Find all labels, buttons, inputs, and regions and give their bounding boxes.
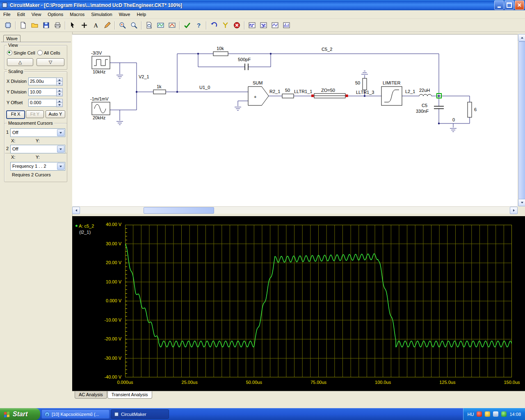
menu-simulation[interactable]: Simulation	[88, 11, 115, 18]
ground-symbols	[116, 71, 457, 132]
svg-text:LLTR1_1: LLTR1_1	[294, 89, 312, 94]
network-icon[interactable]	[501, 411, 507, 417]
cell-up-button[interactable]: △	[7, 58, 33, 66]
tab-wave[interactable]: Wave	[3, 35, 21, 42]
zoom-tool-icon[interactable]	[116, 20, 128, 31]
resistor-50-term[interactable]	[363, 78, 367, 90]
help-tool-icon[interactable]	[193, 20, 204, 31]
limiter-block[interactable]	[381, 87, 402, 105]
chevron-down-icon[interactable]	[57, 163, 64, 170]
magnify-icon[interactable]	[128, 20, 139, 31]
place-part-icon[interactable]	[78, 20, 90, 31]
antivirus-icon[interactable]	[477, 411, 482, 417]
menu-help[interactable]: Help	[133, 11, 149, 18]
y-offset-input[interactable]: 0.000	[28, 99, 57, 107]
volume-icon[interactable]	[493, 411, 498, 417]
x-axis-label: 100.0us	[369, 380, 397, 385]
scroll-right-icon[interactable]	[510, 207, 518, 214]
spinner-down-icon[interactable]	[56, 92, 63, 96]
cell-down-button[interactable]: ▽	[37, 58, 64, 66]
schematic-canvas[interactable]: + -3/3V 10kHz -1m/1mV 20kHz V2_1 1k 10k …	[72, 34, 518, 207]
all-cells-radio[interactable]: All Cells	[37, 50, 60, 55]
vertical-scroll-thumb[interactable]	[518, 41, 525, 199]
minimize-button[interactable]	[494, 0, 504, 10]
square-source[interactable]	[92, 56, 110, 69]
vertical-scrollbar[interactable]	[518, 34, 525, 206]
spinner-down-icon[interactable]	[56, 103, 63, 107]
resistor-50-series[interactable]	[282, 94, 294, 98]
transmission-line[interactable]	[311, 94, 348, 98]
menu-file[interactable]: File	[0, 11, 14, 18]
all-cells-radio-dot[interactable]	[37, 50, 43, 55]
capacitor-500pf[interactable]	[245, 64, 248, 70]
horizontal-scroll-thumb[interactable]	[144, 207, 214, 214]
sum-block[interactable]: +	[248, 87, 269, 105]
board-view-icon[interactable]	[2, 20, 14, 31]
cursor-mode-select[interactable]: Frequency 1 . . 2	[10, 162, 65, 171]
close-button[interactable]: ✕	[515, 0, 524, 10]
toolbar-separator	[65, 21, 65, 30]
analysis-tabs: AC Analysis Transient Analysis	[72, 391, 525, 400]
wire-tool-icon[interactable]	[101, 20, 113, 31]
cursor2-y-label: Y:	[36, 155, 40, 160]
inductor-22uh[interactable]	[419, 94, 431, 96]
single-cell-radio[interactable]: Single Cell	[7, 50, 35, 55]
messenger-icon[interactable]	[485, 411, 490, 417]
probe-tool-icon[interactable]	[219, 20, 231, 31]
waveform-display-icon[interactable]	[258, 20, 269, 31]
y-division-input[interactable]: 10.00	[28, 88, 57, 96]
tab-transient-analysis[interactable]: Transient Analysis	[107, 391, 152, 399]
sine-source[interactable]	[92, 102, 110, 115]
menu-edit[interactable]: Edit	[14, 11, 28, 18]
cursor1-select[interactable]: Off	[10, 128, 65, 137]
scroll-left-icon[interactable]	[72, 207, 80, 214]
horizontal-scrollbar[interactable]	[72, 206, 518, 214]
fit-x-button[interactable]: Fit X	[6, 110, 25, 119]
keyboard-layout-indicator[interactable]: HU	[468, 412, 474, 417]
new-file-icon[interactable]	[17, 20, 29, 31]
text-tool-icon[interactable]	[90, 20, 101, 31]
menu-wave[interactable]: Wave	[116, 11, 134, 18]
spinner-down-icon[interactable]	[56, 81, 63, 86]
view-group: View Single Cell All Cells △ ▽	[4, 45, 67, 70]
scope-window-icon[interactable]	[155, 20, 166, 31]
cursor2-select[interactable]: Off	[10, 145, 65, 153]
open-file-icon[interactable]	[29, 20, 40, 31]
auto-y-button[interactable]: Auto Y	[46, 110, 65, 118]
chevron-down-icon[interactable]	[57, 146, 64, 153]
single-cell-radio-dot[interactable]	[7, 50, 12, 55]
resistor-1k[interactable]	[153, 90, 166, 94]
menu-view[interactable]: View	[28, 11, 45, 18]
y-division-spinner[interactable]	[56, 88, 62, 96]
fit-y-button[interactable]: Fit Y	[26, 110, 44, 118]
reset-icon[interactable]	[208, 20, 219, 31]
y-offset-spinner[interactable]	[56, 99, 62, 107]
scope-plot[interactable]	[125, 225, 512, 377]
menu-macros[interactable]: Macros	[66, 11, 88, 18]
mixed-display-icon[interactable]	[281, 20, 292, 31]
x-division-spinner[interactable]	[56, 78, 62, 85]
x-division-input[interactable]: 25.00u	[28, 78, 57, 85]
taskbar-item-browser[interactable]: [10] Kapcsolóüzemű (...	[41, 409, 110, 419]
digital-display-icon[interactable]	[246, 20, 258, 31]
capacitor-330nf[interactable]	[434, 106, 444, 109]
maximize-button[interactable]	[504, 0, 514, 10]
print-icon[interactable]	[52, 20, 63, 31]
taskbar-item-circuitmaker[interactable]: CircuitMaker	[111, 409, 169, 419]
tab-ac-analysis[interactable]: AC Analysis	[75, 391, 107, 399]
run-simulation-icon[interactable]	[181, 20, 193, 31]
scroll-up-icon[interactable]	[518, 34, 525, 41]
find-device-icon[interactable]	[143, 20, 155, 31]
scroll-down-icon[interactable]	[518, 199, 525, 206]
resistor-load[interactable]	[468, 102, 472, 117]
save-icon[interactable]	[40, 20, 52, 31]
arrow-tool-icon[interactable]	[67, 20, 78, 31]
chevron-down-icon[interactable]	[57, 129, 64, 136]
resistor-10k[interactable]	[213, 52, 228, 56]
menu-options[interactable]: Options	[44, 11, 66, 18]
bus-display-icon[interactable]	[269, 20, 281, 31]
stop-simulation-icon[interactable]	[231, 20, 242, 31]
analysis-window-icon[interactable]	[166, 20, 178, 31]
waveform-viewer[interactable]: A: c5_2 (l2_1) 40.00 V30.00 V20.00 V10.0…	[72, 216, 525, 391]
start-button[interactable]: Start	[0, 408, 40, 420]
